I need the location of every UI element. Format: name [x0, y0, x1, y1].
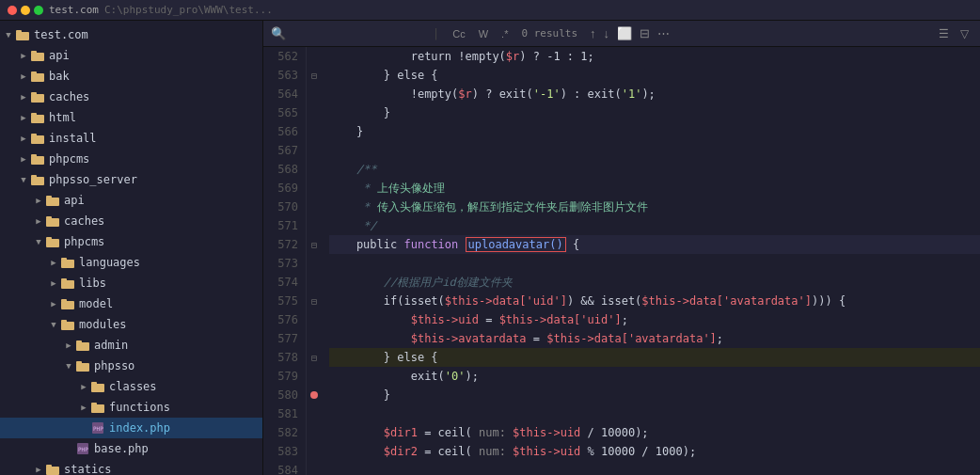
svg-rect-2 — [31, 53, 44, 61]
gutter-mark — [307, 160, 322, 179]
label-admin: admin — [94, 339, 128, 352]
sidebar-item-classes[interactable]: classes — [0, 376, 262, 397]
code-token: $this->data['avatardata'] — [641, 294, 812, 308]
gutter-mark — [307, 66, 322, 85]
line-number: 573 — [267, 254, 298, 273]
label-api-1: api — [49, 49, 70, 62]
code-token: $this->data['avatardata'] — [546, 332, 717, 345]
window-controls[interactable] — [8, 6, 43, 15]
sidebar-item-bak[interactable]: bak — [0, 66, 262, 87]
sidebar-item-modules[interactable]: modules — [0, 314, 262, 335]
svg-rect-37 — [91, 403, 97, 405]
sidebar-item-api-1[interactable]: api — [0, 45, 262, 66]
filter-button[interactable]: ▽ — [956, 25, 972, 42]
gutter-mark — [307, 179, 322, 198]
split-button[interactable]: ⊟ — [637, 25, 653, 41]
line-number: 577 — [267, 329, 298, 348]
minimize-button[interactable] — [21, 6, 30, 15]
tree-root[interactable]: test.com — [0, 24, 262, 45]
gutter-mark — [307, 310, 322, 329]
code-line: $this->uid = $this->data['uid']; — [329, 310, 980, 329]
sidebar-item-caches-2[interactable]: caches — [0, 211, 262, 231]
arrow-model — [47, 297, 60, 310]
line-number: 583 — [267, 442, 298, 461]
line-number: 580 — [267, 386, 298, 404]
code-token — [329, 426, 384, 439]
code-editor[interactable]: 5625635645655665675685695705715725735745… — [263, 47, 980, 475]
code-token: return !empty( — [329, 50, 506, 63]
sidebar-item-statics[interactable]: statics — [0, 459, 262, 475]
svg-rect-31 — [76, 340, 82, 343]
line-number: 574 — [267, 273, 298, 292]
code-token: ) ? -1 : 1; — [519, 50, 593, 63]
line-number: 570 — [267, 198, 298, 216]
gutter-mark — [307, 198, 322, 216]
code-token: '1' — [622, 87, 642, 101]
svg-rect-25 — [61, 278, 67, 281]
php-file-icon-1: PHP — [90, 421, 105, 435]
code-token: $this->data['uid'] — [445, 294, 567, 308]
label-index-php-1: index.php — [109, 421, 170, 435]
code-token — [329, 445, 384, 458]
gutter-mark — [307, 348, 322, 367]
sidebar-item-base-php[interactable]: PHP base.php — [0, 438, 262, 459]
line-number: 564 — [267, 85, 298, 103]
sidebar-item-html[interactable]: html — [0, 107, 262, 128]
label-install: install — [49, 132, 97, 145]
code-content[interactable]: return !empty($r) ? -1 : 1; } else { !em… — [322, 47, 980, 475]
view-toggle-button[interactable]: ⬜ — [614, 25, 635, 41]
code-token: /** — [329, 163, 377, 176]
gutter-mark — [307, 103, 322, 122]
prev-result-button[interactable]: ↑ — [587, 25, 599, 41]
label-model: model — [79, 297, 113, 310]
sidebar-item-phpcms-2[interactable]: phpcms — [0, 231, 262, 252]
maximize-button[interactable] — [34, 6, 43, 15]
svg-rect-9 — [31, 113, 37, 116]
code-line: } else { — [329, 66, 980, 85]
code-token: */ — [329, 219, 377, 232]
folder-icon-caches-2 — [45, 214, 60, 228]
more-button[interactable]: ⋯ — [655, 25, 672, 41]
code-token: !empty( — [329, 87, 458, 101]
format-button[interactable]: ☰ — [935, 25, 953, 42]
sidebar-item-phpsso-server[interactable]: phpsso_server — [0, 169, 262, 190]
sidebar-item-caches-1[interactable]: caches — [0, 87, 262, 107]
search-navigation: ↑ ↓ ⬜ ⊟ ⋯ — [587, 25, 672, 41]
next-result-button[interactable]: ↓ — [601, 25, 613, 41]
sidebar-item-functions[interactable]: functions — [0, 397, 262, 418]
sidebar-item-libs[interactable]: libs — [0, 273, 262, 293]
code-line: /** — [329, 160, 980, 179]
search-input[interactable] — [292, 27, 423, 40]
sidebar-item-install[interactable]: install — [0, 128, 262, 149]
sidebar-item-languages[interactable]: languages — [0, 252, 262, 273]
case-sensitive-button[interactable]: Cc — [449, 26, 468, 41]
gutter-mark — [307, 85, 322, 103]
code-token: $dir1 — [384, 426, 418, 439]
sidebar-item-phpcms-1[interactable]: phpcms — [0, 149, 262, 169]
regex-button[interactable]: .* — [498, 26, 512, 41]
arrow-install — [17, 132, 30, 145]
code-token: ); — [641, 87, 655, 101]
gutter-mark — [307, 386, 322, 404]
whole-word-button[interactable]: W — [475, 26, 492, 41]
svg-rect-24 — [61, 280, 74, 289]
title-bar: test.com C:\phpstudy_pro\WWW\test... — [0, 0, 980, 21]
sidebar-item-api-2[interactable]: api — [0, 190, 262, 211]
code-token: } else { — [329, 69, 438, 82]
sidebar-item-model[interactable]: model — [0, 293, 262, 314]
arrow-phpsso-server — [17, 173, 30, 186]
folder-icon-functions — [90, 401, 105, 414]
sidebar-item-phpsso[interactable]: phpsso — [0, 356, 262, 376]
gutter-mark — [307, 216, 322, 235]
svg-text:PHP: PHP — [78, 446, 88, 452]
svg-rect-27 — [61, 299, 67, 302]
arrow-html — [17, 111, 30, 124]
svg-rect-34 — [91, 384, 104, 392]
main-layout: test.com api bak caches — [0, 21, 980, 475]
code-line: $this->avatardata = $this->data['avatard… — [329, 329, 980, 348]
sidebar-item-index-php-1[interactable]: PHP index.php — [0, 418, 262, 438]
sidebar-item-admin[interactable]: admin — [0, 335, 262, 356]
close-button[interactable] — [8, 6, 17, 15]
code-token: = ceil( — [418, 426, 479, 439]
arrow-api-2 — [32, 194, 45, 207]
